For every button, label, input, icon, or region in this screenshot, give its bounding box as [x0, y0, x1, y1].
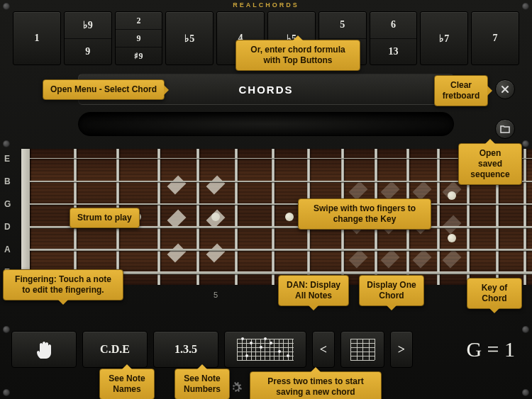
fret-cursor[interactable] — [167, 244, 187, 263]
formula-button[interactable]: ♭7 — [421, 12, 467, 64]
string[interactable] — [30, 181, 532, 182]
tip-note-names: See Note Names — [99, 369, 155, 399]
formula-button[interactable]: 6 — [370, 12, 417, 38]
formula-column-1: ♭99 — [64, 11, 112, 65]
formula-button[interactable]: ♭9 — [65, 12, 111, 38]
tip-open-menu: Open Menu - Select Chord — [43, 79, 165, 100]
tip-fingering: Fingering: Touch a note to edit the fing… — [3, 269, 123, 300]
string[interactable] — [30, 249, 532, 251]
screw-icon — [3, 140, 10, 147]
tip-strum: Strum to play — [70, 208, 140, 228]
fret-cursor[interactable] — [381, 181, 400, 201]
key-of-chord-display[interactable]: G = 1 — [466, 337, 521, 361]
fret — [272, 149, 275, 285]
chord-grid-icon — [350, 339, 375, 360]
formula-column-0: 1 — [13, 11, 61, 65]
string[interactable] — [30, 203, 532, 205]
fret-cursor[interactable] — [412, 249, 431, 269]
fret — [235, 149, 238, 285]
formula-column-7: 613 — [370, 11, 418, 65]
formula-column-9: 7 — [471, 11, 519, 65]
note-names-button[interactable]: C.D.E — [82, 331, 148, 368]
fretboard-grid-icon — [237, 339, 294, 360]
formula-button[interactable]: 9 — [65, 38, 111, 65]
fingering-button[interactable] — [11, 331, 77, 368]
formula-column-8: ♭7 — [420, 11, 468, 65]
formula-column-2: 29♯9 — [115, 11, 163, 65]
tip-dan: DAN: Display All Notes — [278, 275, 349, 306]
fret-number: 5 — [214, 291, 218, 299]
screw-icon — [522, 326, 529, 333]
fret-cursor[interactable] — [206, 176, 226, 195]
screw-icon — [522, 140, 529, 147]
tip-key-of-chord: Key of Chord — [467, 278, 522, 309]
tip-clear: Clear fretboard — [434, 75, 488, 106]
folder-icon — [500, 125, 510, 133]
fret — [437, 149, 440, 285]
formula-button[interactable]: 5 — [319, 12, 366, 38]
tip-swipe-key: Swipe with two fingers to change the Key — [298, 198, 431, 230]
fret-cursor[interactable] — [443, 215, 462, 235]
fret-cursor[interactable] — [381, 249, 400, 269]
open-saved-button[interactable] — [495, 119, 515, 139]
bottom-toolbar: C.D.E 1.3.5 < > G = 1 — [11, 326, 521, 373]
close-icon — [500, 84, 510, 94]
chord-display — [78, 112, 454, 136]
note-numbers-button[interactable]: 1.3.5 — [153, 331, 218, 368]
tip-open-saved: Open saved sequence — [458, 143, 522, 185]
display-all-notes-button[interactable] — [224, 331, 306, 368]
chords-menu-label: CHORDS — [238, 84, 293, 96]
fret-cursor[interactable] — [412, 181, 431, 201]
formula-button[interactable]: 7 — [472, 12, 519, 64]
fret-cursor[interactable] — [206, 244, 226, 263]
string[interactable] — [30, 158, 532, 159]
fret-cursor[interactable] — [167, 176, 187, 195]
inlay-dot — [448, 234, 456, 242]
formula-column-3: ♭5 — [165, 11, 214, 65]
app-root: REALCHORDS 1♭9929♯9♭54♭55♯5613♭77 CHORDS… — [0, 0, 532, 399]
tip-save-chord: Press two times to start saving a new ch… — [250, 371, 382, 399]
screw-icon — [3, 326, 10, 333]
formula-button[interactable]: 9 — [116, 29, 162, 47]
fret-cursor[interactable] — [348, 249, 367, 269]
tip-note-numbers: See Note Numbers — [174, 369, 230, 399]
fret — [196, 149, 199, 285]
fret — [523, 149, 526, 285]
formula-button[interactable]: 13 — [370, 38, 417, 65]
formula-button[interactable]: ♯9 — [116, 47, 162, 64]
fret-cursor[interactable] — [443, 249, 462, 269]
app-title: REALCHORDS — [0, 1, 532, 9]
clear-fretboard-button[interactable] — [495, 79, 515, 99]
nut — [21, 149, 30, 285]
inlay-dot — [285, 213, 294, 221]
formula-button[interactable]: ♭5 — [166, 12, 213, 64]
fret-cursor[interactable] — [348, 181, 367, 201]
formula-button[interactable]: 1 — [13, 12, 60, 64]
display-one-chord-button[interactable] — [340, 331, 384, 368]
next-chord-button[interactable]: > — [390, 331, 413, 368]
formula-button[interactable]: 2 — [116, 12, 162, 29]
tip-top-buttons: Or, enter chord formula with Top Buttons — [235, 40, 360, 71]
hand-icon — [35, 339, 53, 360]
fret — [157, 149, 160, 285]
tip-display-one: Display One Chord — [359, 275, 424, 306]
gear-icon[interactable] — [231, 382, 242, 393]
